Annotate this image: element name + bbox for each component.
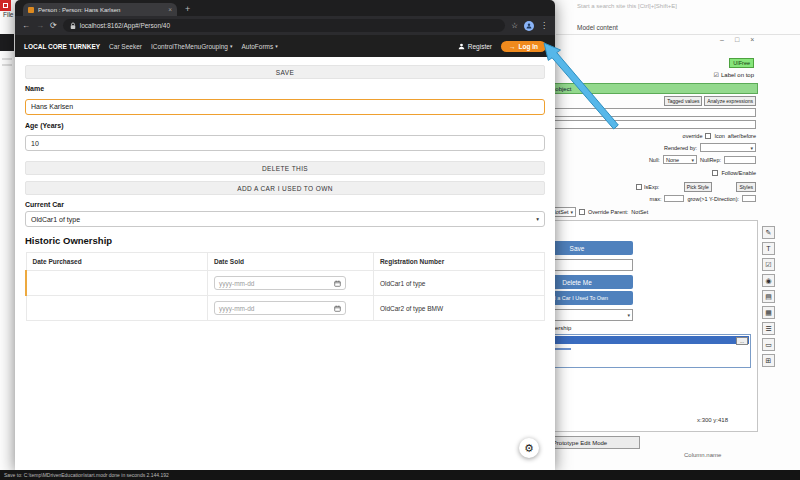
search-input-hint[interactable]: Start a search site this [Ctrl]+[Shift+E… [577,3,787,9]
more-button[interactable]: ... [736,337,748,345]
background-window-fragment [0,34,14,51]
table-row[interactable]: yyyy-mm-dd OldCar1 of type [26,271,545,296]
bookmark-star-icon[interactable]: ☆ [511,21,518,30]
col-registration: Registration Number [373,253,544,271]
profile-avatar[interactable] [524,21,534,31]
tab-title: Person : Person: Hans Karlsen [38,7,164,13]
grow-input[interactable] [742,195,756,202]
nav-item-menu-grouping[interactable]: IControlTheMenuGrouping ▾ [151,43,232,50]
rendered-by-select[interactable]: ▾ [700,143,756,152]
max-input[interactable] [664,195,684,202]
caret-down-icon: ▾ [536,216,539,222]
address-bar[interactable]: localhost:8162/App#/Person/40 [63,19,506,32]
nav-item-label: IControlTheMenuGrouping [151,43,228,50]
tab-close-icon[interactable]: × [168,6,172,13]
calendar-icon[interactable] [334,280,341,287]
override-parent-checkbox[interactable] [579,209,585,215]
reload-icon[interactable]: ⟳ [50,21,57,30]
person-icon [458,43,465,50]
gear-icon: ⚙ [524,443,534,454]
caret-down-icon: ▾ [691,157,694,163]
current-car-value: OldCar1 of type [31,216,80,223]
caret-down-icon: ▾ [627,312,630,318]
follow-enable-row: Follow/Enable [712,170,756,176]
isexp-checkbox[interactable] [636,184,642,190]
date-purchased-cell[interactable] [26,271,207,296]
browser-tab[interactable]: Person : Person: Hans Karlsen × [23,3,177,16]
checked-checkbox-icon[interactable]: ☑ [714,71,719,78]
settings-fab[interactable]: ⚙ [519,438,539,458]
follow-enable-label: Follow/Enable [721,170,756,176]
close-icon[interactable]: × [750,36,754,43]
rows-tool-icon[interactable]: ☰ [762,322,775,335]
radio-tool-icon[interactable]: ◉ [762,274,775,287]
app-icon [0,0,11,11]
follow-enable-checkbox[interactable] [712,170,718,176]
override-parent-label: Override Parent: [588,209,628,215]
new-tab-button[interactable]: + [185,5,190,14]
icon-label: Icon [714,133,724,139]
login-button[interactable]: → Log In [501,41,546,52]
styles-button[interactable]: Styles [736,182,756,192]
listbox-selected-row[interactable] [523,336,749,344]
date-placeholder: yyyy-mm-dd [219,280,254,287]
registration-cell: OldCar2 of type BMW [373,296,544,321]
tagged-values-button[interactable]: Tagged values [664,96,702,106]
analyze-expressions-button[interactable]: Analyze expressions [704,96,756,106]
age-input[interactable] [25,135,545,151]
date-sold-input[interactable]: yyyy-mm-dd [214,276,346,290]
browser-toolbar: ← → ⟳ localhost:8162/App#/Person/40 ☆ ⋮ [15,16,555,35]
date-purchased-cell[interactable] [26,296,207,321]
back-icon[interactable]: ← [22,21,30,30]
forward-icon[interactable]: → [36,21,44,30]
login-icon: → [509,43,516,50]
list-tool-icon[interactable]: ▤ [762,290,775,303]
max-label: max: [650,196,662,202]
minimize-icon[interactable]: – [720,36,724,43]
date-sold-input[interactable]: yyyy-mm-dd [214,301,346,315]
name-input[interactable] [25,99,545,115]
designer-listbox[interactable]: ... [521,334,751,368]
override-row: override Icon after/before [683,133,756,139]
col-date-purchased: Date Purchased [26,253,207,271]
left-strip-line [2,64,12,66]
maximize-icon[interactable]: □ [735,36,739,43]
override-checkbox[interactable] [705,133,711,139]
nav-item-autoforms[interactable]: AutoForms ▾ [241,43,277,50]
label-tool-icon[interactable]: T [762,242,775,255]
save-button[interactable]: SAVE [25,65,545,79]
col-date-sold: Date Sold [207,253,373,271]
calendar-icon[interactable] [334,305,341,312]
override-parent-value: NotSet [631,209,648,215]
current-car-select[interactable]: OldCar1 of type ▾ [25,211,545,227]
site-navbar: LOCAL CORE TURNKEY Car Seeker IControlTh… [15,35,555,57]
model-content-label: Model content [577,24,618,31]
nav-item-label: AutoForms [241,43,273,50]
grow-label: grow(>1 Y-Direction): [687,196,739,202]
table-row[interactable]: yyyy-mm-dd OldCar2 of type BMW [26,296,545,321]
browser-menu-icon[interactable]: ⋮ [540,21,548,30]
add-car-button[interactable]: ADD A CAR I USED TO OWN [25,181,545,195]
file-menu[interactable]: File [3,11,13,18]
isexp-row: IsExp: Pick Style Styles [636,182,756,192]
site-brand[interactable]: LOCAL CORE TURNKEY [24,43,100,50]
caret-down-icon: ▾ [570,209,573,215]
delete-button[interactable]: DELETE THIS [25,161,545,175]
pick-style-button[interactable]: Pick Style [684,182,712,192]
browser-window: Person : Person: Hans Karlsen × + ← → ⟳ … [15,0,555,470]
grid-tool-icon[interactable]: ▦ [762,306,775,319]
window-controls: – □ × [720,36,754,43]
textbox-tool-icon[interactable]: ▭ [762,338,775,351]
nav-item-car-seeker[interactable]: Car Seeker [109,43,142,50]
age-label: Age (Years) [25,122,545,129]
null-row: Null: None▾ NullRep: [649,155,756,164]
null-select[interactable]: None▾ [663,155,697,164]
register-link[interactable]: Register [458,43,492,50]
nullrep-input[interactable] [724,156,756,164]
afterbefore-label: after/before [728,133,756,139]
login-label: Log In [519,43,539,50]
pencil-tool-icon[interactable]: ✎ [762,226,775,239]
checkbox-tool-icon[interactable]: ☑ [762,258,775,271]
table-tool-icon[interactable]: ⊞ [762,354,775,367]
caret-down-icon: ▾ [275,43,278,49]
